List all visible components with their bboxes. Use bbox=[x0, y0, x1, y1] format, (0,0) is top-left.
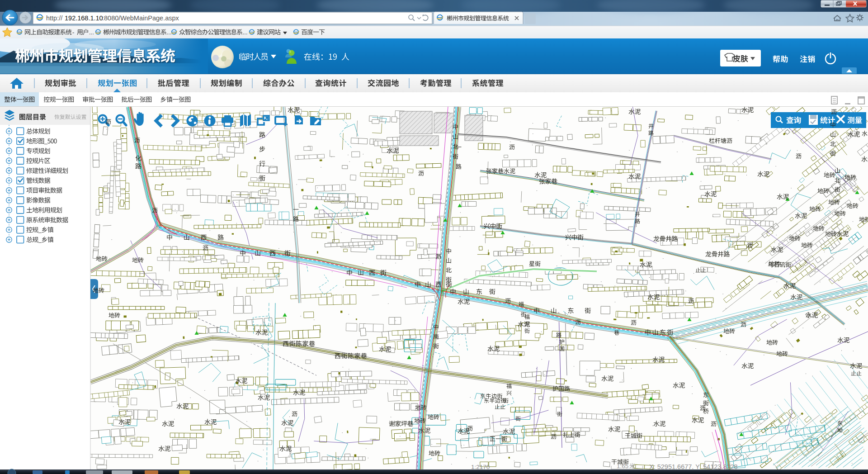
svg-text:...: ... bbox=[243, 29, 248, 36]
svg-text:http://: http:// bbox=[46, 14, 63, 22]
svg-text:-: - bbox=[72, 29, 74, 36]
svg-text:192.168.1.10: 192.168.1.10 bbox=[65, 14, 103, 22]
svg-text:X: 52951.6677, Y: 54123.8228: X: 52951.6677, Y: 54123.8228 bbox=[649, 463, 738, 470]
svg-text:1:2170: 1:2170 bbox=[471, 464, 490, 470]
svg-text:...: ... bbox=[167, 29, 172, 36]
svg-text:...: ... bbox=[89, 29, 94, 36]
svg-text:1:65: 1:65 bbox=[617, 463, 628, 469]
svg-text::8080/WebMainPage.aspx: :8080/WebMainPage.aspx bbox=[102, 14, 179, 22]
